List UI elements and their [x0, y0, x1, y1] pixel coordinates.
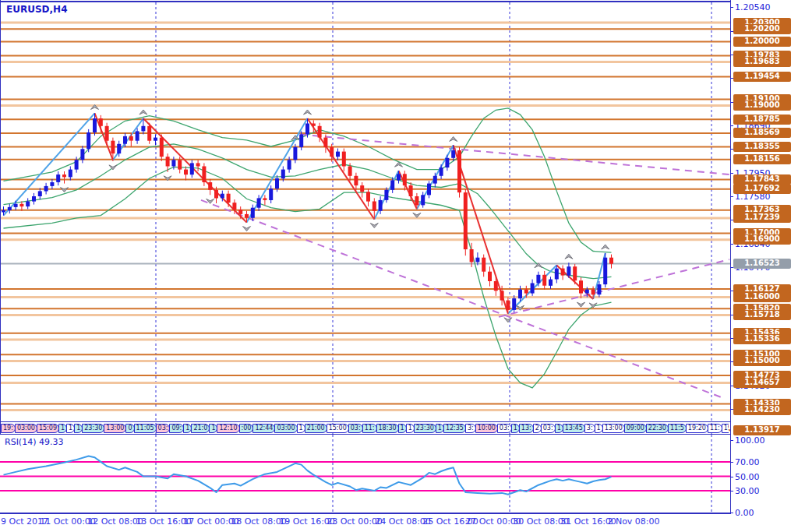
time-tag[interactable]: 03:00: [15, 424, 37, 433]
fractal-arrow-down: [577, 302, 585, 307]
candle-body: [87, 132, 90, 149]
time-tag[interactable]: 22:30: [646, 424, 669, 433]
candle-body: [93, 118, 97, 132]
candle-body: [451, 150, 455, 158]
price-level-label: 1.14657: [733, 378, 791, 388]
time-tag[interactable]: 15:09: [37, 424, 59, 433]
time-tag[interactable]: 15:00: [327, 424, 349, 433]
time-tag[interactable]: 23:30: [414, 424, 436, 433]
candle-body: [136, 131, 139, 140]
zigzag-segment: [4, 113, 95, 215]
time-tag[interactable]: 3:: [465, 424, 476, 433]
candle-body: [433, 176, 437, 184]
candle-body: [354, 176, 358, 185]
time-tag[interactable]: 19:: [1, 424, 16, 433]
candle-body: [288, 160, 291, 169]
time-tag[interactable]: 12:44: [252, 424, 275, 433]
time-tag[interactable]: 12:10: [217, 424, 239, 433]
time-tag[interactable]: 03:00: [274, 424, 297, 433]
candle-body: [38, 191, 42, 196]
candle-body: [123, 136, 127, 144]
price-axis[interactable]: 1.205401.201701.198001.194301.190601.186…: [730, 0, 798, 514]
time-tag[interactable]: 23:30: [82, 424, 104, 433]
candle-body: [531, 284, 535, 294]
candle-body: [99, 118, 103, 126]
candle-body: [50, 182, 54, 186]
candle-body: [117, 144, 121, 153]
time-tag[interactable]: 11:5: [668, 424, 687, 433]
price-level-label: 1.17692: [733, 184, 791, 194]
price-level-label: 1.18355: [733, 142, 791, 152]
candle-body: [232, 203, 236, 210]
time-tag[interactable]: 0: [125, 424, 134, 433]
candlestick-chart[interactable]: [0, 0, 730, 435]
rsi-axis-tick: 50.00: [735, 472, 760, 482]
time-tag[interactable]: 13:00: [104, 424, 126, 433]
time-tag[interactable]: 13:: [519, 424, 534, 433]
time-tag[interactable]: 09:: [169, 424, 184, 433]
candle-body: [421, 195, 425, 205]
fractal-arrow-up: [565, 254, 573, 259]
chart-frame-top: [0, 1, 730, 2]
time-tag[interactable]: 03:: [541, 424, 556, 433]
candle-body: [579, 280, 583, 293]
time-tag[interactable]: 11:: [362, 424, 377, 433]
time-tag[interactable]: 10:00: [475, 424, 498, 433]
rsi-axis-tick: 30.00: [735, 486, 760, 496]
price-level-label: 1.13917: [733, 425, 791, 435]
time-tag[interactable]: 11:: [708, 424, 722, 433]
time-tag[interactable]: 3:: [584, 424, 595, 433]
time-tag[interactable]: 13:45: [563, 424, 585, 433]
time-tag[interactable]: 03:: [348, 424, 363, 433]
time-axis[interactable]: 9 Oct 201711 Oct 00:0012 Oct 08:0013 Oct…: [0, 516, 798, 532]
time-tag[interactable]: 1: [398, 424, 407, 433]
rsi-chart[interactable]: [0, 435, 730, 513]
fractal-arrow-down: [504, 318, 512, 322]
candle-body: [171, 160, 175, 166]
candle-body: [488, 272, 492, 281]
price-chart-panel[interactable]: EURUSD,H4 19:03:0015:0911123:3013:00011:…: [0, 0, 730, 435]
candle-body: [275, 178, 279, 188]
candle-body: [457, 150, 461, 192]
candle-body: [190, 163, 194, 174]
price-level-label: 1.19683: [733, 57, 791, 67]
time-tag[interactable]: 1: [297, 424, 305, 433]
time-tag[interactable]: 09:00: [624, 424, 647, 433]
date-tick-label: 23 Oct 00:00: [327, 516, 383, 527]
zigzag-segment: [247, 118, 308, 223]
time-tag[interactable]: 18:30: [376, 424, 399, 433]
mt4-chart-window: EURUSD,H4 19:03:0015:0911123:3013:00011:…: [0, 0, 798, 532]
price-level-label: 1.16900: [733, 234, 791, 245]
time-tag[interactable]: :00: [239, 424, 254, 433]
candle-body: [221, 194, 224, 199]
candle-body: [318, 126, 322, 138]
rsi-label: RSI(14) 49.33: [5, 437, 63, 447]
fractal-arrow-down: [109, 165, 117, 170]
time-tag[interactable]: 11:05: [134, 424, 157, 433]
chart-frame-bottom: [0, 421, 730, 422]
candle-body: [299, 135, 303, 147]
candle-body: [293, 147, 297, 160]
time-tag[interactable]: 21:0: [191, 424, 210, 433]
time-tag[interactable]: 13:00: [602, 424, 625, 433]
price-level-label: 1.20200: [733, 24, 791, 34]
candle-body: [561, 269, 565, 276]
candle-body: [184, 170, 188, 175]
zigzag-segment: [143, 118, 247, 223]
time-tag[interactable]: 03:: [497, 424, 512, 433]
trendline-descending-channel[interactable]: [201, 200, 723, 398]
candle-body: [251, 208, 255, 218]
time-tag[interactable]: 21:00: [305, 424, 327, 433]
time-tag[interactable]: 12:35: [443, 424, 466, 433]
time-tag[interactable]: 19:15: [722, 424, 729, 433]
rsi-name: RSI(14): [5, 437, 36, 447]
date-tick-label: 18 Oct 08:00: [231, 516, 287, 527]
candle-body: [154, 138, 157, 141]
rsi-indicator-panel[interactable]: RSI(14) 49.33: [0, 435, 730, 513]
candle-body: [494, 281, 498, 291]
bollinger-middle-band: [4, 144, 612, 279]
time-tag[interactable]: 19:20: [686, 424, 708, 433]
candle-body: [379, 200, 383, 211]
time-tag[interactable]: 03:: [156, 424, 171, 433]
symbol-timeframe-label: EURUSD,H4: [6, 4, 67, 15]
